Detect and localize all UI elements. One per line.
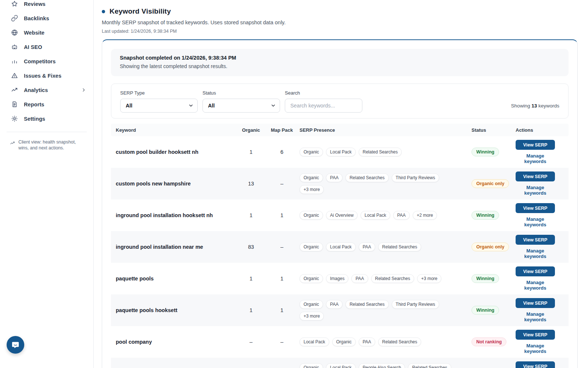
chevron-right-icon (81, 87, 87, 93)
keyword-cell: custom pools new hampshire (116, 181, 238, 187)
snapshot-banner-subtitle: Showing the latest completed snapshot re… (120, 63, 560, 69)
sidebar-item-ai-seo[interactable]: AI SEO (0, 40, 93, 54)
globe-icon (11, 29, 18, 36)
view-serp-button[interactable]: View SERP (516, 235, 555, 245)
status-cell: Not ranking (472, 337, 516, 346)
serp-type-select[interactable]: All (120, 99, 198, 113)
serp-presence-badge: PAA (326, 300, 343, 309)
status-select[interactable]: All (202, 99, 280, 113)
page-title: Keyword Visibility (110, 7, 171, 15)
snapshot-banner-title: Snapshot completed on 1/24/2026, 9:38:34… (120, 55, 560, 61)
serp-presence-badge: PAA (326, 173, 343, 182)
serp-presence-badge: Organic (332, 337, 356, 346)
serp-presence-badge: Organic (300, 300, 323, 309)
robot-icon (11, 43, 18, 51)
serp-presence-badge: Local Pack (326, 363, 356, 368)
snapshot-banner: Snapshot completed on 1/24/2026, 9:38:34… (111, 49, 569, 76)
serp-presence-badge: +3 more (300, 185, 324, 194)
organic-rank-cell: 83 (238, 244, 264, 250)
organic-rank-cell: 1 (238, 149, 264, 155)
sidebar-item-website[interactable]: Website (0, 25, 93, 40)
serp-presence-badge: Ai Overview (326, 211, 358, 220)
actions-cell: View SERPManage keywords (516, 361, 564, 368)
map-pack-rank-cell: 1 (264, 276, 300, 282)
manage-keywords-link[interactable]: Manage keywords (516, 280, 555, 291)
search-label: Search (285, 90, 362, 96)
view-serp-button[interactable]: View SERP (516, 171, 555, 181)
search-input[interactable] (285, 99, 362, 113)
actions-cell: View SERPManage keywords (516, 298, 564, 322)
client-view-note: Client view: health snapshot, wins, and … (0, 132, 93, 151)
serp-presence-badge: Local Pack (361, 211, 390, 220)
serp-presence-badge: Organic (300, 148, 323, 156)
serp-presence-badge: PAA (359, 243, 375, 251)
map-pack-rank-cell: 1 (264, 212, 300, 218)
page-header: Keyword Visibility Monthly SERP snapshot… (102, 7, 578, 34)
serp-presence-badge: Organic (300, 211, 323, 220)
serp-presence-badge: Local Pack (326, 243, 356, 251)
chat-widget-button[interactable] (7, 336, 24, 354)
app-root: ReviewsBacklinksWebsiteAI SEOCompetitors… (0, 0, 588, 368)
manage-keywords-link[interactable]: Manage keywords (516, 343, 555, 354)
sidebar-item-competitors[interactable]: Competitors (0, 54, 93, 68)
filter-panel: SERP Type All Status (111, 84, 569, 118)
serp-presence-cell: OrganicAi OverviewLocal PackPAA+2 more (300, 211, 472, 220)
sidebar-item-backlinks[interactable]: Backlinks (0, 11, 93, 25)
actions-cell: View SERPManage keywords (516, 330, 564, 354)
view-serp-button[interactable]: View SERP (516, 203, 555, 213)
status-badge: Winning (472, 274, 499, 283)
view-serp-button[interactable]: View SERP (516, 330, 555, 340)
table-row: custom pool builder hooksett nh16Organic… (111, 136, 569, 168)
view-serp-button[interactable]: View SERP (516, 140, 555, 150)
trend-icon (11, 86, 18, 94)
map-pack-rank-cell: 1 (264, 307, 300, 313)
status-badge: Winning (472, 148, 499, 156)
sidebar-item-settings[interactable]: Settings (0, 112, 93, 126)
serp-presence-badge: Images (326, 274, 348, 283)
table-row: paquette pools hooksett11OrganicPAARelat… (111, 294, 569, 326)
serp-presence-badge: Related Searches (408, 363, 451, 368)
serp-presence-badge: PAA (359, 337, 375, 346)
column-header-serp-presence: SERP Presence (300, 127, 472, 133)
keyword-cell: pool company (116, 339, 238, 345)
serp-presence-badge: People Also Search (359, 363, 405, 368)
serp-presence-badge: PAA (351, 274, 368, 283)
keyword-cell: paquette pools hooksett (116, 307, 238, 313)
serp-presence-badge: Related Searches (345, 173, 388, 182)
manage-keywords-link[interactable]: Manage keywords (516, 248, 555, 259)
serp-presence-badge: Related Searches (378, 337, 421, 346)
serp-presence-badge: +2 more (413, 211, 437, 220)
status-badge: Organic only (472, 179, 509, 188)
serp-type-label: SERP Type (120, 90, 198, 96)
manage-keywords-link[interactable]: Manage keywords (516, 153, 555, 164)
table-row: inground pool installation near me83–Org… (111, 231, 569, 263)
actions-cell: View SERPManage keywords (516, 203, 564, 227)
view-serp-button[interactable]: View SERP (516, 361, 555, 368)
sidebar-item-label: Website (24, 30, 87, 36)
organic-rank-cell: 1 (238, 212, 264, 218)
manage-keywords-link[interactable]: Manage keywords (516, 216, 555, 227)
view-serp-button[interactable]: View SERP (516, 266, 555, 276)
sidebar-item-label: Competitors (24, 59, 87, 64)
keyword-cell: paquette pools (116, 276, 238, 282)
keyword-cell: inground pool installation hooksett nh (116, 212, 238, 218)
actions-cell: View SERPManage keywords (516, 266, 564, 291)
sidebar-item-label: Backlinks (24, 15, 87, 21)
sidebar-item-analytics[interactable]: Analytics (0, 83, 93, 97)
actions-cell: View SERPManage keywords (516, 140, 564, 164)
manage-keywords-link[interactable]: Manage keywords (516, 311, 555, 322)
serp-presence-badge: PAA (393, 211, 410, 220)
sidebar-item-reviews[interactable]: Reviews (0, 0, 93, 11)
view-serp-button[interactable]: View SERP (516, 298, 555, 308)
manage-keywords-link[interactable]: Manage keywords (516, 185, 555, 196)
sidebar-item-issues-fixes[interactable]: Issues & Fixes (0, 68, 93, 83)
sidebar-item-label: Issues & Fixes (24, 73, 87, 79)
serp-presence-badge: Related Searches (371, 274, 414, 283)
serp-presence-cell: OrganicLocal PackPAARelated Searches (300, 243, 472, 251)
sidebar-item-label: Analytics (24, 87, 75, 93)
status-badge: Winning (472, 211, 499, 220)
status-badge: Winning (472, 306, 499, 315)
sidebar-item-reports[interactable]: Reports (0, 97, 93, 112)
serp-presence-badge: Third Party Reviews (392, 173, 439, 182)
table-row: pool company––Local PackOrganicPAARelate… (111, 326, 569, 358)
